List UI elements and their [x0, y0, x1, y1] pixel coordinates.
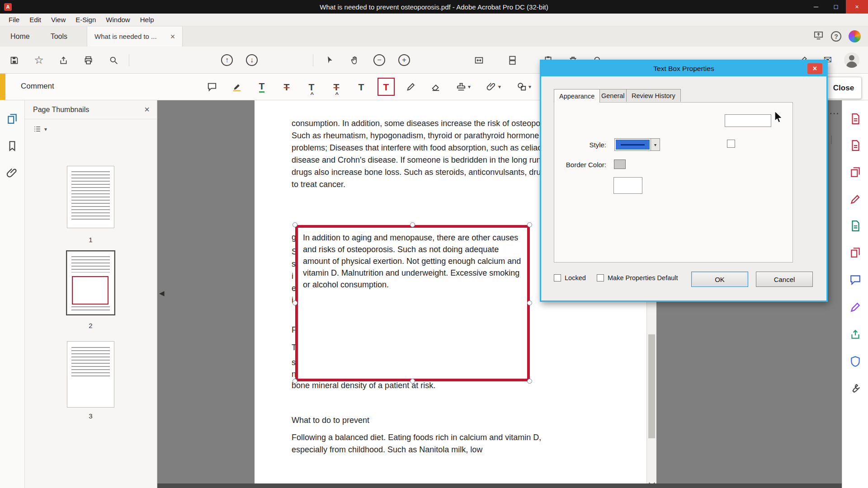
search-icon[interactable] — [105, 52, 122, 69]
menu-window[interactable]: Window — [101, 16, 135, 23]
favorites-star-icon[interactable]: ☆ — [30, 52, 47, 69]
checkbox-box[interactable] — [554, 274, 561, 282]
underline-text-icon[interactable]: T — [253, 78, 270, 96]
dialog-close-icon[interactable]: × — [807, 63, 822, 74]
resize-handle-se[interactable] — [527, 379, 532, 384]
make-default-checkbox[interactable]: Make Properties Default — [597, 274, 678, 282]
border-color-swatch[interactable] — [614, 160, 626, 169]
thumbnail-page-1[interactable] — [67, 166, 114, 228]
organize-pages-icon[interactable] — [849, 246, 862, 259]
maximize-button[interactable]: □ — [826, 0, 846, 14]
textbox-annotation[interactable]: In addition to aging and menopause, ther… — [295, 225, 530, 381]
text-comment-icon[interactable]: T — [353, 78, 370, 96]
resize-handle-s[interactable] — [410, 379, 415, 384]
thumbnail-page-2[interactable] — [67, 251, 114, 314]
minimize-button[interactable]: ─ — [806, 0, 826, 14]
tab-document[interactable]: What is needed to ... × — [87, 27, 183, 47]
combine-files-icon[interactable] — [849, 165, 862, 179]
text-box-tool-icon[interactable]: T — [377, 78, 395, 96]
replace-text-icon[interactable]: T — [328, 78, 345, 96]
menu-view[interactable]: View — [46, 16, 71, 23]
save-icon[interactable] — [5, 52, 23, 69]
resize-handle-sw[interactable] — [292, 379, 297, 384]
edit-pdf-icon[interactable] — [849, 192, 862, 206]
menu-esign[interactable]: E-Sign — [71, 16, 101, 23]
send-esign-icon[interactable] — [849, 328, 862, 341]
resize-handle-e[interactable] — [527, 300, 532, 305]
help-icon[interactable]: ? — [831, 31, 841, 42]
bookmarks-rail-icon[interactable] — [6, 140, 19, 152]
more-tools-icon[interactable] — [849, 380, 862, 394]
fill-sign-icon[interactable] — [849, 300, 862, 314]
zoom-in-icon[interactable]: + — [396, 52, 413, 69]
thumbnails-close-icon[interactable]: × — [144, 104, 150, 115]
cancel-button[interactable]: Cancel — [756, 272, 813, 287]
scan-ocr-icon[interactable] — [849, 219, 862, 233]
resize-handle-w[interactable] — [292, 300, 297, 305]
collapse-panel-icon[interactable]: ◀ — [159, 289, 165, 297]
ok-button[interactable]: OK — [691, 272, 748, 287]
close-window-button[interactable]: × — [846, 0, 868, 14]
profile-avatar[interactable] — [844, 52, 859, 68]
eraser-icon[interactable] — [427, 78, 444, 96]
tabbar: Home Tools What is needed to ... × ? — [0, 26, 868, 47]
document-heading: What to do to prevent — [292, 414, 369, 427]
print-icon[interactable] — [80, 52, 97, 69]
make-default-label: Make Properties Default — [608, 274, 678, 282]
highlight-text-icon[interactable] — [228, 78, 245, 96]
style-checkbox[interactable] — [727, 140, 735, 148]
previous-page-icon[interactable]: ↑ — [218, 52, 236, 69]
insert-text-icon[interactable]: T — [303, 78, 320, 96]
thickness-input[interactable] — [725, 114, 771, 127]
thumbnail-page-number: 2 — [67, 322, 114, 329]
account-avatar[interactable] — [849, 30, 861, 42]
menu-help[interactable]: Help — [135, 16, 159, 23]
tab-tools[interactable]: Tools — [40, 33, 78, 41]
locked-checkbox[interactable]: Locked — [554, 274, 586, 282]
chevron-down-icon[interactable] — [831, 136, 832, 144]
protect-pdf-icon[interactable] — [849, 355, 862, 368]
scroll-mode-icon[interactable] — [504, 52, 521, 69]
tab-appearance[interactable]: Appearance — [554, 89, 600, 103]
checkbox-box[interactable] — [597, 274, 604, 282]
stamp-icon[interactable]: ▾ — [452, 78, 475, 96]
window-title: What is needed to prevent osteoporosis.p… — [0, 3, 868, 11]
dialog-titlebar[interactable]: Text Box Properties — [541, 61, 826, 76]
fill-color-swatch[interactable] — [613, 177, 642, 194]
next-page-icon[interactable]: ↓ — [243, 52, 260, 69]
tab-home[interactable]: Home — [0, 33, 40, 41]
tab-review-history[interactable]: Review History — [626, 89, 681, 102]
close-comment-mode-button[interactable]: Close — [826, 77, 862, 99]
zoom-out-icon[interactable]: − — [371, 52, 388, 69]
comment-tool-icon[interactable] — [849, 273, 862, 286]
draw-pencil-icon[interactable] — [402, 78, 420, 96]
scrollbar-thumb[interactable] — [648, 334, 655, 438]
resize-handle-nw[interactable] — [292, 222, 297, 227]
menu-file[interactable]: File — [4, 16, 24, 23]
thumbnail-options-button[interactable]: ▾ — [33, 125, 47, 133]
tab-document-close-icon[interactable]: × — [170, 33, 175, 41]
drawing-shapes-icon[interactable]: ▾ — [513, 78, 535, 96]
chevron-down-icon[interactable]: ▾ — [651, 139, 660, 150]
resize-handle-n[interactable] — [410, 222, 415, 227]
page-thumbnails-rail-icon[interactable] — [6, 113, 19, 125]
style-label: Style: — [561, 141, 606, 149]
share-screen-icon[interactable] — [813, 30, 824, 42]
style-dropdown[interactable]: ▾ — [614, 138, 660, 151]
attachments-rail-icon[interactable] — [6, 167, 19, 179]
fit-width-icon[interactable] — [470, 52, 487, 69]
strikethrough-text-icon[interactable]: T — [278, 78, 295, 96]
textbox-annotation-text[interactable]: In addition to aging and menopause, ther… — [303, 232, 523, 291]
hand-tool-icon[interactable] — [346, 52, 363, 69]
thumbnail-page-3[interactable] — [67, 341, 114, 408]
attach-file-icon[interactable]: ▾ — [482, 78, 505, 96]
export-pdf-icon[interactable] — [849, 112, 862, 126]
select-tool-icon[interactable] — [321, 52, 338, 69]
menu-edit[interactable]: Edit — [24, 16, 46, 23]
create-pdf-icon[interactable] — [849, 139, 862, 152]
tab-general[interactable]: General — [596, 89, 630, 102]
share-icon[interactable] — [55, 52, 72, 69]
resize-handle-ne[interactable] — [527, 222, 532, 227]
sticky-note-icon[interactable] — [203, 78, 221, 96]
more-options-icon[interactable]: ⋯ — [829, 108, 839, 119]
